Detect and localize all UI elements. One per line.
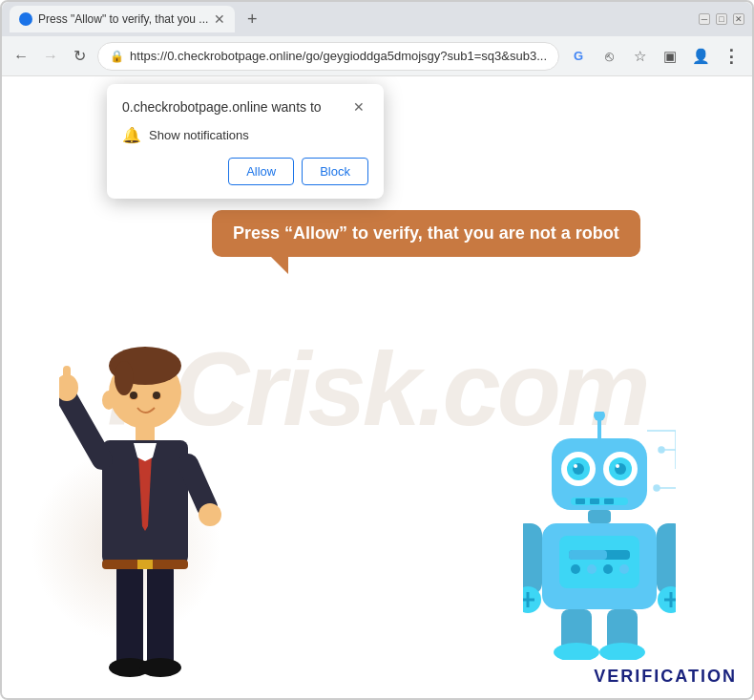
svg-point-66: [654, 485, 660, 491]
forward-button[interactable]: →: [39, 43, 63, 70]
url-bar[interactable]: 🔒 https://0.checkrobotpage.online/go/gey…: [97, 42, 559, 71]
svg-point-58: [554, 643, 599, 660]
svg-rect-15: [63, 366, 71, 392]
svg-rect-48: [523, 523, 542, 595]
page-content: PCrisk.com 0.checkrobotpage.online wants…: [2, 76, 752, 698]
url-text: https://0.checkrobotpage.online/go/geygi…: [130, 49, 547, 63]
verification-text: VERIFICATION: [594, 667, 737, 686]
svg-rect-23: [137, 560, 153, 569]
notification-row: 🔔 Show notifications: [122, 126, 368, 144]
lock-icon: 🔒: [110, 50, 124, 63]
tab-bar: Press "Allow" to verify, that you ... ✕ …: [10, 2, 687, 36]
popup-title: 0.checkrobotpage.online wants to: [122, 99, 322, 115]
notification-popup: 0.checkrobotpage.online wants to ✕ 🔔 Sho…: [107, 84, 384, 199]
bookmark-icon[interactable]: ☆: [626, 43, 653, 70]
svg-rect-18: [116, 562, 143, 668]
maximize-button[interactable]: □: [716, 13, 727, 25]
svg-point-47: [619, 564, 629, 574]
menu-icon[interactable]: ⋮: [718, 43, 744, 70]
tab-favicon: [19, 12, 32, 26]
allow-button[interactable]: Allow: [228, 158, 294, 185]
toolbar-icons: G ⎋ ☆ ▣ 👤 ⋮: [565, 43, 744, 70]
svg-point-7: [102, 391, 115, 410]
window-controls: ─ □ ✕: [699, 13, 744, 25]
browser-window: Press "Allow" to verify, that you ... ✕ …: [0, 0, 754, 700]
share-icon[interactable]: ⎋: [596, 43, 622, 70]
svg-rect-43: [569, 550, 607, 560]
svg-point-59: [599, 643, 645, 660]
svg-line-16: [188, 464, 207, 507]
speech-bubble: Press “Allow” to verify, that you are no…: [212, 210, 640, 257]
svg-rect-49: [657, 523, 676, 595]
extension-icon[interactable]: ▣: [657, 43, 683, 70]
title-bar: Press "Allow" to verify, that you ... ✕ …: [2, 2, 752, 36]
new-tab-button[interactable]: +: [239, 6, 265, 32]
address-bar: ← → ↻ 🔒 https://0.checkrobotpage.online/…: [2, 36, 752, 76]
svg-point-63: [659, 447, 664, 453]
robot-figure: [523, 412, 676, 660]
svg-point-17: [199, 503, 221, 526]
notification-text: Show notifications: [149, 128, 249, 142]
svg-rect-39: [588, 510, 611, 523]
bell-icon: 🔔: [122, 126, 141, 144]
svg-point-46: [603, 564, 613, 574]
close-tab-button[interactable]: ✕: [214, 12, 225, 26]
profile-icon[interactable]: 👤: [687, 43, 714, 70]
minimize-button[interactable]: ─: [699, 13, 710, 25]
person-figure: [59, 316, 231, 679]
popup-header: 0.checkrobotpage.online wants to ✕: [122, 97, 368, 117]
svg-point-6: [153, 392, 160, 399]
back-button[interactable]: ←: [10, 43, 33, 70]
popup-close-button[interactable]: ✕: [349, 97, 368, 117]
svg-line-13: [64, 392, 102, 459]
svg-point-2: [115, 361, 134, 395]
block-button[interactable]: Block: [302, 158, 368, 185]
svg-point-45: [587, 564, 597, 574]
popup-buttons: Allow Block: [122, 158, 368, 185]
svg-point-5: [130, 392, 137, 399]
svg-point-21: [139, 658, 181, 677]
refresh-button[interactable]: ↻: [68, 43, 92, 70]
svg-rect-38: [604, 498, 614, 504]
svg-point-44: [571, 564, 580, 574]
close-button[interactable]: ✕: [733, 13, 744, 25]
google-icon[interactable]: G: [565, 43, 592, 70]
verification-label: VERIFICATION: [594, 667, 737, 687]
svg-rect-37: [590, 498, 599, 504]
tab-title: Press "Allow" to verify, that you ...: [38, 12, 208, 26]
svg-rect-19: [147, 562, 174, 668]
svg-rect-41: [559, 536, 639, 588]
svg-point-25: [594, 412, 605, 421]
svg-point-34: [616, 464, 619, 468]
svg-point-33: [574, 464, 577, 468]
svg-rect-36: [576, 498, 585, 504]
speech-bubble-text: Press “Allow” to verify, that you are no…: [233, 223, 619, 243]
active-tab[interactable]: Press "Allow" to verify, that you ... ✕: [10, 6, 235, 32]
